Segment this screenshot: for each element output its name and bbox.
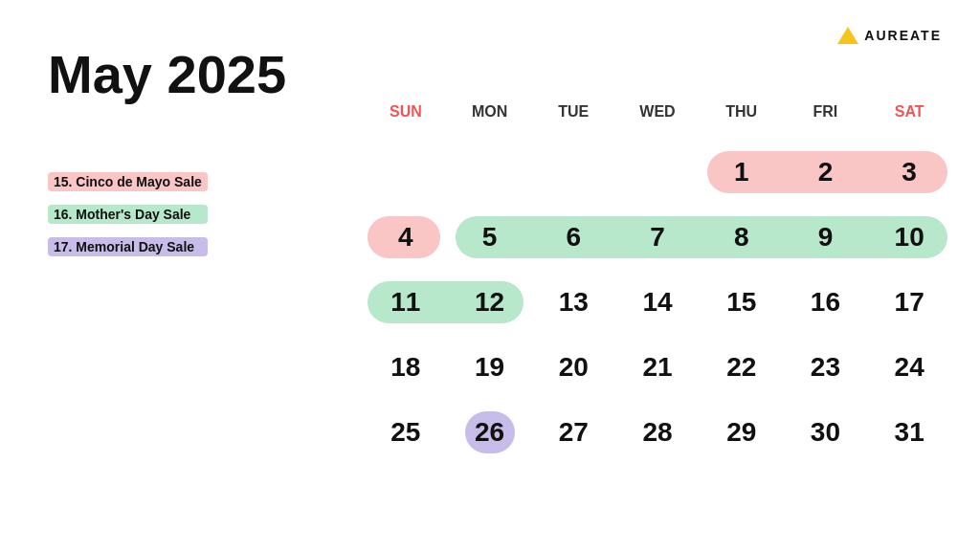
day-cell-21: 21 [615,335,700,400]
day-cell-13: 13 [531,270,615,335]
day-cell-12: 12 [448,270,532,335]
legend-item-16: 16. Mother's Day Sale [48,205,208,224]
day-cell-4: 4 [364,205,448,270]
page: AUREATE May 2025 15. Cinco de Mayo Sale … [0,0,980,551]
day-cell-18: 18 [364,335,448,400]
day-header-thu: THU [700,96,784,128]
svg-marker-0 [837,27,858,44]
day-cell-28: 28 [615,400,700,465]
page-title: May 2025 [48,48,932,101]
logo: AUREATE [837,27,942,44]
legend-item-15: 15. Cinco de Mayo Sale [48,172,208,191]
calendar-row-3: 11 12 13 14 15 16 17 [364,270,951,335]
logo-icon [837,27,858,44]
day-cell-empty [531,140,615,205]
day-cell-1: 1 [700,140,784,205]
day-cell-9: 9 [784,205,868,270]
day-cell-20: 20 [531,335,615,400]
day-cell-17: 17 [867,270,951,335]
day-cell-30: 30 [784,400,868,465]
calendar-header: SUN MON TUE WED THU FRI SAT [364,96,951,128]
day-cell-27: 27 [531,400,615,465]
calendar-row-1: 1 2 3 [364,140,951,205]
day-cell-2: 2 [784,140,868,205]
day-cell-29: 29 [700,400,784,465]
day-cell-10: 10 [867,205,951,270]
calendar-row-4: 18 19 20 21 22 23 24 [364,335,951,400]
day-header-wed: WED [615,96,700,128]
day-cell-31: 31 [867,400,951,465]
day-cell-5: 5 [448,205,532,270]
calendar-grid: 1 2 3 4 5 6 7 8 9 10 [364,140,951,465]
day-header-tue: TUE [531,96,615,128]
day-cell-11: 11 [364,270,448,335]
day-cell-8: 8 [700,205,784,270]
day-cell-15: 15 [700,270,784,335]
day-cell-22: 22 [700,335,784,400]
day-header-sat: SAT [867,96,951,128]
day-header-mon: MON [448,96,532,128]
day-cell-3: 3 [867,140,951,205]
day-cell-empty [448,140,532,205]
day-cell-empty [364,140,448,205]
day-cell-6: 6 [531,205,615,270]
day-header-fri: FRI [784,96,868,128]
calendar-row-5: 25 26 27 28 29 30 31 [364,400,951,465]
day-cell-7: 7 [615,205,700,270]
day-cell-16: 16 [784,270,868,335]
calendar-row-2: 4 5 6 7 8 9 10 [364,205,951,270]
legend-item-17: 17. Memorial Day Sale [48,237,208,256]
day-cell-14: 14 [615,270,700,335]
day-cell-26: 26 [448,400,532,465]
calendar: SUN MON TUE WED THU FRI SAT 1 2 3 [364,96,951,465]
day-cell-19: 19 [448,335,532,400]
legend: 15. Cinco de Mayo Sale 16. Mother's Day … [48,172,208,256]
logo-text: AUREATE [864,28,942,43]
day-header-sun: SUN [364,96,448,128]
day-cell-23: 23 [784,335,868,400]
day-cell-empty [615,140,700,205]
day-cell-25: 25 [364,400,448,465]
day-cell-24: 24 [867,335,951,400]
